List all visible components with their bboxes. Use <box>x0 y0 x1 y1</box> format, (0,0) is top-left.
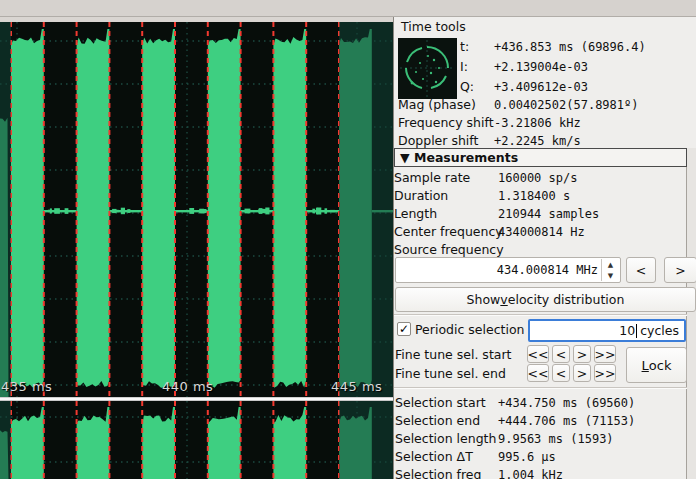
cycles-suffix: cycles <box>640 323 679 338</box>
frequency-spin-arrows[interactable]: ▲ ▼ <box>601 259 619 281</box>
text-caret <box>636 324 637 338</box>
i-value: +2.139004e-03 <box>494 60 588 74</box>
periodic-selection-label: Periodic selection <box>415 322 524 337</box>
time-window: 435 ms 440 ms 445 ms Time tools t: <box>0 0 696 479</box>
time-tick-440ms: 440 ms <box>162 379 213 394</box>
doppler-shift-value: +2.2245 km/s <box>494 134 581 148</box>
frequency-shift-label: Frequency shift <box>398 115 494 130</box>
fine-tune-start-label: Fine tune sel. start <box>395 347 512 362</box>
panel-scrollbar[interactable] <box>686 148 696 479</box>
selection-delta-t-label: Selection ΔT <box>395 449 473 464</box>
q-value: +3.409612e-03 <box>494 80 588 94</box>
selection-delta-t-value: 995.6 µs <box>498 450 556 464</box>
t-value: +436.853 ms (69896.4) <box>494 40 646 54</box>
center-frequency-label: Center frequency <box>394 224 503 239</box>
spin-up-icon[interactable]: ▲ <box>602 259 619 270</box>
fine-tune-end-label: Fine tune sel. end <box>395 366 506 381</box>
time-tick-445ms: 445 ms <box>331 379 382 394</box>
checkmark-icon: ✓ <box>399 323 409 335</box>
frequency-next-button[interactable]: > <box>664 257 696 283</box>
velocity-button-text-pre: Show <box>467 292 501 307</box>
fine-end-back-button[interactable]: < <box>552 364 570 382</box>
center-frequency-value: 434000814 Hz <box>498 225 585 239</box>
selection-end-label: Selection end <box>395 413 480 428</box>
selection-start-value: +434.750 ms (69560) <box>498 396 635 410</box>
iq-constellation-thumbnail <box>398 38 457 99</box>
length-value: 210944 samples <box>498 207 599 221</box>
frequency-prev-button[interactable]: < <box>626 257 656 283</box>
frequency-spinbox-value: 434.000814 MHz <box>497 263 598 277</box>
show-velocity-distribution-button[interactable]: Show velocity distribution <box>395 287 696 312</box>
sample-rate-value: 160000 sp/s <box>498 171 577 185</box>
lock-mnemonic: L <box>642 358 649 373</box>
velocity-button-mnemonic: v <box>500 292 507 307</box>
frequency-spinbox[interactable]: 434.000814 MHz ▲ ▼ <box>395 257 621 283</box>
fine-start-forward-button[interactable]: > <box>573 345 591 363</box>
fine-end-fast-forward-button[interactable]: >> <box>594 364 616 382</box>
waveform-secondary-pane[interactable] <box>0 401 393 479</box>
selection-length-label: Selection length <box>395 431 496 446</box>
frequency-shift-value: -3.21806 kHz <box>494 116 581 130</box>
measurements-section-header[interactable]: ▼ Measurements <box>394 148 687 167</box>
selection-end-value: +444.706 ms (71153) <box>498 414 635 428</box>
duration-value: 1.318400 s <box>498 189 570 203</box>
mag-phase-value: 0.00402502(57.8981º) <box>494 98 639 112</box>
window-top-strip <box>0 0 696 17</box>
divider <box>394 387 687 389</box>
mag-phase-label: Mag (phase) <box>398 97 476 112</box>
lock-button[interactable]: Lock <box>626 347 687 383</box>
fine-end-fast-back-button[interactable]: << <box>527 364 549 382</box>
spin-down-icon[interactable]: ▼ <box>602 270 619 281</box>
selection-freq-label: Selection freq <box>395 467 481 479</box>
doppler-shift-label: Doppler shift <box>398 133 478 148</box>
sample-rate-label: Sample rate <box>394 170 470 185</box>
velocity-button-text-post: elocity distribution <box>508 292 625 307</box>
fine-start-fast-forward-button[interactable]: >> <box>594 345 616 363</box>
selection-start-label: Selection start <box>395 395 486 410</box>
selection-freq-value: 1.004 kHz <box>498 468 563 479</box>
panel-title: Time tools <box>401 19 466 34</box>
time-tools-panel: Time tools t: +436.853 ms (69896.4) I: +… <box>393 17 696 479</box>
length-label: Length <box>394 206 437 221</box>
fine-start-fast-back-button[interactable]: << <box>527 345 549 363</box>
lock-text: ock <box>649 358 672 373</box>
waveform-main-pane[interactable]: 435 ms 440 ms 445 ms <box>0 22 393 397</box>
selection-length-value: 9.9563 ms (1593) <box>498 432 614 446</box>
fine-start-back-button[interactable]: < <box>552 345 570 363</box>
time-tick-435ms: 435 ms <box>1 379 52 394</box>
periodic-selection-checkbox[interactable]: ✓ <box>397 322 411 336</box>
cycles-input[interactable]: 10 cycles <box>528 319 686 342</box>
divider <box>394 314 687 316</box>
t-label: t: <box>460 39 469 54</box>
q-label: Q: <box>460 79 474 94</box>
fine-end-forward-button[interactable]: > <box>573 364 591 382</box>
duration-label: Duration <box>394 188 448 203</box>
i-label: I: <box>460 59 468 74</box>
cycles-value: 10 <box>619 323 635 338</box>
source-frequency-label: Source frequency <box>394 242 504 257</box>
